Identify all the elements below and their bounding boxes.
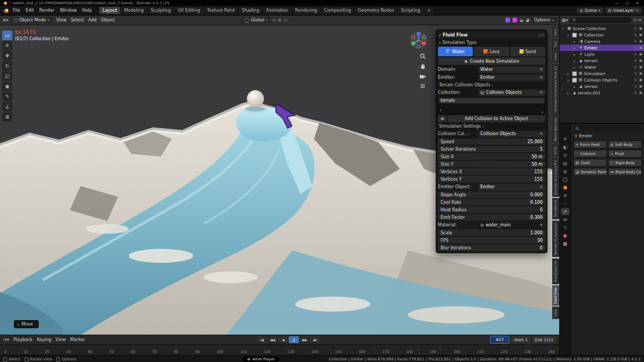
sidebar-tab[interactable]: Videl [552, 307, 559, 319]
transport-button[interactable]: ‖ [289, 336, 299, 343]
hide-in-viewport-icon[interactable]: ⊙ [634, 26, 636, 31]
simulation-type-button[interactable]: Lava [474, 47, 509, 56]
workspace-tab[interactable]: Texture Paint [204, 7, 239, 14]
expand-icon[interactable]: ▸ [574, 46, 577, 50]
timeline-menu-item[interactable]: View [54, 337, 68, 343]
outliner-row[interactable]: ▸ ≈ Water ⊙ ▣ [560, 64, 644, 70]
expand-icon[interactable]: ▾ [567, 33, 571, 37]
clear-icon[interactable]: × [539, 131, 543, 136]
snap-target-icon[interactable]: ◎ [278, 18, 282, 23]
drag-grip-icon[interactable]: ∷∷ [538, 33, 544, 38]
viewport-menu-item[interactable]: Object [99, 17, 117, 23]
emitter-field[interactable]: Emiter × [478, 75, 545, 81]
physics-button[interactable]: ≋ Force Field [573, 141, 607, 149]
outliner-search-input[interactable] [570, 17, 632, 23]
frame-end-field[interactable]: End1111 [532, 336, 556, 343]
outliner-row[interactable]: ▸ ▲ terrain ⊙ ▣ [560, 83, 644, 90]
outliner-row[interactable]: ▸ ◨ Camera ⊙ ▣ [560, 38, 644, 45]
operator-panel[interactable]: ▸ Move [14, 320, 39, 328]
hide-in-viewport-icon[interactable]: ⊙ [634, 65, 636, 69]
collection-checkbox[interactable] [572, 71, 577, 76]
properties-tab[interactable]: ⊟ [561, 152, 569, 159]
properties-tab[interactable]: ▤ [561, 160, 569, 167]
transport-button[interactable]: ◀◀ [267, 336, 277, 343]
outliner-row[interactable]: ▸ ▤ Simulation ⊙ ▣ [560, 70, 644, 77]
shading-icon[interactable]: ◕ [525, 18, 529, 23]
scene-selector[interactable]: ◍ Scene ▾ [577, 8, 603, 13]
collection-checkbox[interactable] [572, 78, 577, 83]
simulation-type-button[interactable]: Water [438, 47, 473, 56]
properties-tab[interactable]: ◯ [561, 176, 569, 183]
orientation-selector[interactable]: ◯ Global ▾ [241, 17, 270, 23]
tool-button[interactable]: ▭ [2, 31, 12, 40]
domain-field[interactable]: Water × [478, 67, 545, 73]
disable-in-render-icon[interactable]: ▣ [639, 84, 642, 88]
proportional-edit-icon[interactable]: ○ [284, 18, 288, 23]
tool-button[interactable]: ◉ [2, 82, 12, 91]
collection-checkbox[interactable] [572, 33, 577, 38]
viewlayer-selector[interactable]: ▤ ViewLayer × [605, 8, 641, 13]
disable-in-render-icon[interactable]: ▣ [639, 58, 642, 63]
menu-item[interactable]: Render [36, 8, 57, 13]
blender-logo-icon[interactable] [3, 8, 10, 13]
transport-button[interactable]: ▶| [310, 336, 320, 343]
workspace-tab[interactable]: Layout [99, 7, 121, 14]
sidebar-tab[interactable]: Fluid Flow [552, 285, 559, 306]
outliner-row[interactable]: ▸ ▲ terrain ⊙ ▣ [560, 57, 644, 64]
value-slider[interactable]: Emit Factor0.300 [438, 214, 545, 220]
expand-icon[interactable]: ▸ [574, 59, 577, 63]
properties-tab[interactable]: ▩ [561, 240, 569, 247]
sidebar-tab[interactable]: Blender AI Library Pro [552, 158, 559, 197]
current-frame-field[interactable]: 417 [490, 336, 509, 344]
expand-icon[interactable]: ▸ [18, 322, 19, 326]
editor-type-icon[interactable]: ⊞▾ [3, 18, 9, 23]
clear-icon[interactable]: × [539, 90, 543, 95]
zoom-icon[interactable] [420, 53, 426, 60]
expand-icon[interactable]: ▾ [567, 78, 571, 82]
menu-item[interactable]: Window [57, 8, 79, 13]
properties-tab[interactable]: ■ [561, 184, 569, 191]
timeline-ruler[interactable]: 0 10 20 30 40 50 60 70 [0, 345, 559, 355]
emitter-object-field[interactable]: Emiter × [478, 184, 545, 190]
sidebar-tab[interactable]: RTSS [552, 144, 559, 157]
clear-icon[interactable]: × [539, 67, 543, 72]
orthographic-grid-icon[interactable]: ⊞ [420, 83, 425, 89]
physics-button[interactable]: ▤ Cloth [573, 159, 607, 167]
workspace-tab[interactable]: Sculpting [148, 7, 174, 14]
disable-in-render-icon[interactable]: ▣ [639, 39, 642, 43]
clear-icon[interactable]: × [635, 9, 639, 13]
value-slider[interactable]: Speed25.000 [438, 138, 545, 145]
display-mode-icon[interactable]: ▦▾ [562, 18, 568, 23]
expand-icon[interactable]: ▸ [574, 40, 577, 43]
workspace-tab[interactable]: Scripting [398, 7, 424, 14]
expand-icon[interactable]: ▸ [567, 72, 571, 76]
hide-in-viewport-icon[interactable]: ⊙ [634, 84, 636, 88]
viewport-menu-item[interactable]: Add [86, 17, 99, 23]
pan-hand-icon[interactable] [420, 63, 426, 70]
properties-tab[interactable]: ⋈ [561, 216, 569, 223]
create-new-simulation-button[interactable]: ⊕ Create New Simulation [438, 57, 545, 65]
workspace-tab[interactable]: Geometry Nodes [355, 7, 398, 14]
physics-button[interactable]: ◍ Soft Body [608, 141, 642, 149]
hide-in-viewport-icon[interactable]: ⊙ [634, 58, 636, 63]
expand-icon[interactable]: ▾ [562, 27, 566, 31]
sidebar-tab[interactable]: Ultimate Generators Pack V2 [552, 64, 559, 115]
tool-button[interactable]: ∠ [2, 102, 12, 112]
collision-objects-list[interactable]: terrain ▸ ≡ [438, 97, 545, 114]
value-slider[interactable]: Slope Angle0.000 [438, 191, 545, 198]
filter-icon[interactable]: ▽ [633, 18, 636, 23]
properties-tab[interactable]: ◧ [561, 144, 569, 151]
outliner-row[interactable]: ▸ ✛ Emiter ⊙ ▣ [560, 45, 644, 51]
viewport-menu-item[interactable]: Select [69, 17, 86, 23]
disable-in-render-icon[interactable]: ▣ [639, 52, 642, 56]
value-slider[interactable]: FPS30 [438, 237, 545, 243]
workspace-tab[interactable]: UV Editing [174, 7, 204, 14]
value-slider[interactable]: Blur Iterations0 [438, 245, 545, 251]
anim-player-indicator[interactable]: ⊗ Anim Player [243, 357, 279, 362]
physics-button[interactable]: ≈ Fluid [608, 150, 642, 158]
workspace-tab[interactable]: Shading [238, 7, 263, 14]
value-slider[interactable]: Heat Radius0 [438, 206, 545, 213]
workspace-tab[interactable]: Rendering [292, 7, 321, 14]
menu-item[interactable]: Help [79, 8, 94, 13]
material-field[interactable]: ◍ water_main × [478, 222, 545, 228]
